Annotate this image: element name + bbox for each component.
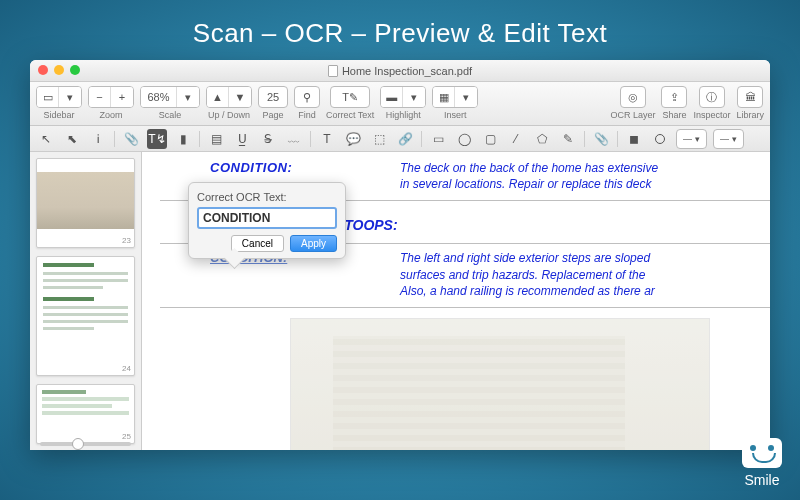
page-thumbnail[interactable]: 24: [36, 256, 135, 376]
page-number: 25: [122, 432, 131, 441]
updown-label: Up / Down: [208, 110, 250, 120]
brand-name: Smile: [742, 472, 782, 488]
apply-button[interactable]: Apply: [290, 235, 337, 252]
annotation-toolbar: ↖ ⬉ Ꭵ 📎 T↯ ▮ ▤ U̲ S̶ ﹏ T 💬 ⬚ 🔗 ▭ ◯ ▢ ∕ ⬠…: [30, 126, 770, 152]
main-toolbar: ▭ ▾ Sidebar − + Zoom 68% ▾ Scale ▲ ▼ Up …: [30, 82, 770, 126]
highlight-tool-icon[interactable]: ▤: [206, 129, 226, 149]
correct-text-tool-icon[interactable]: T↯: [147, 129, 167, 149]
fill-color-icon[interactable]: [650, 129, 670, 149]
url-tool-icon[interactable]: 🔗: [395, 129, 415, 149]
page-thumbnail[interactable]: 25: [36, 384, 135, 444]
ocr-text-input[interactable]: [197, 207, 337, 229]
clip-tool-icon[interactable]: 📎: [591, 129, 611, 149]
scale-value[interactable]: 68%: [141, 87, 177, 107]
share-button[interactable]: ⇪: [661, 86, 687, 108]
condition-text: The left and right side exterior steps a…: [400, 250, 770, 299]
smile-icon: [742, 438, 782, 468]
zoom-control[interactable]: − +: [88, 86, 134, 108]
promo-title: Scan – OCR – Preview & Edit Text: [0, 0, 800, 63]
highlight-button[interactable]: ▬▾: [380, 86, 426, 108]
section-heading: TAIRS/STOOPS:: [290, 217, 770, 233]
correct-text-button[interactable]: T✎: [330, 86, 370, 108]
thumbnail-sidebar[interactable]: 23 24 25: [30, 152, 142, 450]
highlight-label: Highlight: [386, 110, 421, 120]
inspector-button[interactable]: ⓘ: [699, 86, 725, 108]
callout-tool-icon[interactable]: ⬚: [369, 129, 389, 149]
insert-dropdown-icon[interactable]: ▾: [455, 87, 477, 107]
insert-icon[interactable]: ▦: [433, 87, 455, 107]
close-window-icon[interactable]: [38, 65, 48, 75]
share-label: Share: [662, 110, 686, 120]
find-button[interactable]: ⚲: [294, 86, 320, 108]
document-icon: [328, 65, 338, 77]
sidebar-toggle[interactable]: ▭ ▾: [36, 86, 82, 108]
line-style-select[interactable]: —▾: [676, 129, 707, 149]
library-button[interactable]: 🏛: [737, 86, 763, 108]
traffic-lights[interactable]: [38, 65, 80, 75]
insert-label: Insert: [444, 110, 467, 120]
minimize-window-icon[interactable]: [54, 65, 64, 75]
freehand-tool-icon[interactable]: ✎: [558, 129, 578, 149]
find-label: Find: [298, 110, 316, 120]
stroke-color-icon[interactable]: ◼: [624, 129, 644, 149]
rect-tool-icon[interactable]: ▭: [428, 129, 448, 149]
zoom-window-icon[interactable]: [70, 65, 80, 75]
content-area: 23 24 25 CONDITION: The deck on the back…: [30, 152, 770, 450]
correct-text-label: Correct Text: [326, 110, 374, 120]
note-tool-icon[interactable]: 💬: [343, 129, 363, 149]
polygon-tool-icon[interactable]: ⬠: [532, 129, 552, 149]
page-down-icon[interactable]: ▼: [229, 87, 251, 107]
cancel-button[interactable]: Cancel: [231, 235, 284, 252]
slider-knob[interactable]: [72, 438, 84, 450]
page-label: Page: [262, 110, 283, 120]
zoom-out-button[interactable]: −: [89, 87, 111, 107]
scale-dropdown-icon[interactable]: ▾: [177, 87, 199, 107]
highlight-icon[interactable]: ▬: [381, 87, 403, 107]
ocr-layer-button[interactable]: ◎: [620, 86, 646, 108]
text-tool-icon[interactable]: T: [317, 129, 337, 149]
page-number: 23: [122, 236, 131, 245]
brand-logo: Smile: [742, 438, 782, 488]
arrow-tool-icon[interactable]: ⬉: [62, 129, 82, 149]
condition-text: The deck on the back of the home has ext…: [400, 160, 770, 192]
highlight-dropdown-icon[interactable]: ▾: [403, 87, 425, 107]
oval-tool-icon[interactable]: ◯: [454, 129, 474, 149]
redact-tool-icon[interactable]: ▮: [173, 129, 193, 149]
sidebar-label: Sidebar: [43, 110, 74, 120]
page-thumbnail[interactable]: 23: [36, 158, 135, 248]
text-select-tool-icon[interactable]: Ꭵ: [88, 129, 108, 149]
thumbnail-size-slider[interactable]: [40, 442, 131, 446]
insert-button[interactable]: ▦▾: [432, 86, 478, 108]
scale-label: Scale: [159, 110, 182, 120]
sidebar-mode-icon[interactable]: ▭: [37, 87, 59, 107]
select-tool-icon[interactable]: ↖: [36, 129, 56, 149]
zoom-label: Zoom: [99, 110, 122, 120]
attach-tool-icon[interactable]: 📎: [121, 129, 141, 149]
squiggle-tool-icon[interactable]: ﹏: [284, 129, 304, 149]
page-up-icon[interactable]: ▲: [207, 87, 229, 107]
window-title: Home Inspection_scan.pdf: [342, 65, 472, 77]
page-number: 24: [122, 364, 131, 373]
zoom-in-button[interactable]: +: [111, 87, 133, 107]
window-titlebar: Home Inspection_scan.pdf: [30, 60, 770, 82]
scanned-image: [290, 318, 710, 450]
page-field[interactable]: 25: [258, 86, 288, 108]
app-window: Home Inspection_scan.pdf ▭ ▾ Sidebar − +…: [30, 60, 770, 450]
sidebar-dropdown-icon[interactable]: ▾: [59, 87, 81, 107]
ocr-layer-label: OCR Layer: [610, 110, 655, 120]
line-end-select[interactable]: —▾: [713, 129, 744, 149]
correct-ocr-popover: Correct OCR Text: Cancel Apply: [188, 182, 346, 259]
round-rect-tool-icon[interactable]: ▢: [480, 129, 500, 149]
line-tool-icon[interactable]: ∕: [506, 129, 526, 149]
popover-label: Correct OCR Text:: [197, 191, 337, 203]
library-label: Library: [736, 110, 764, 120]
underline-tool-icon[interactable]: U̲: [232, 129, 252, 149]
inspector-label: Inspector: [693, 110, 730, 120]
strikeout-tool-icon[interactable]: S̶: [258, 129, 278, 149]
page-nav[interactable]: ▲ ▼: [206, 86, 252, 108]
scale-control[interactable]: 68% ▾: [140, 86, 200, 108]
